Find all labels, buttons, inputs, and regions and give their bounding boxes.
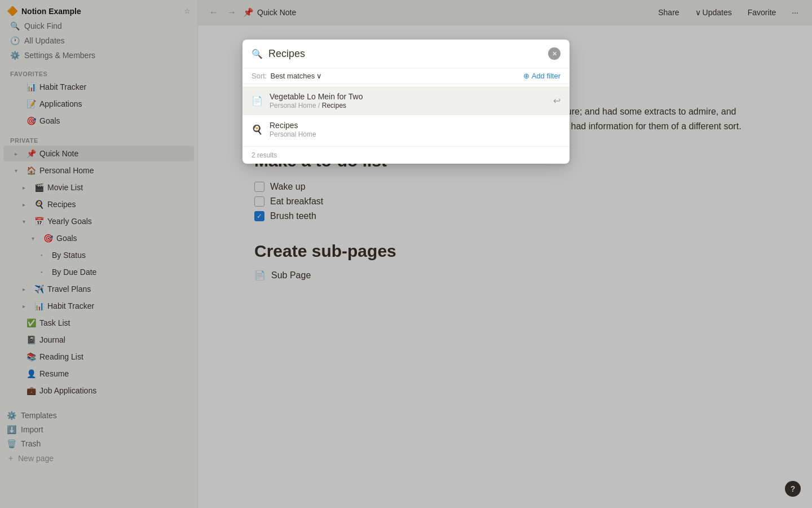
search-modal: 🔍 ✕ Sort: Best matches ∨ ⊕ Add filter 📄 …	[242, 40, 570, 164]
search-filter-bar: Sort: Best matches ∨ ⊕ Add filter	[242, 68, 570, 84]
result-path-1: Personal Home	[270, 130, 561, 138]
search-input[interactable]	[268, 48, 542, 60]
search-footer: 2 results	[242, 146, 570, 164]
add-filter-button[interactable]: ⊕ Add filter	[523, 72, 561, 80]
search-result-1[interactable]: 🍳 Recipes Personal Home	[242, 115, 570, 144]
result-path-0: Personal Home / Recipes	[270, 102, 546, 110]
result-title-1: Recipes	[270, 121, 561, 130]
result-info-1: Recipes Personal Home	[270, 121, 561, 138]
enter-icon: ↩	[553, 95, 561, 106]
search-clear-button[interactable]: ✕	[548, 47, 561, 60]
search-results: 📄 Vegetable Lo Mein for Two Personal Hom…	[242, 84, 570, 146]
search-icon: 🔍	[251, 49, 263, 59]
sort-value: Best matches	[270, 72, 315, 80]
result-recipes-icon: 🍳	[251, 124, 263, 135]
search-overlay[interactable]: 🔍 ✕ Sort: Best matches ∨ ⊕ Add filter 📄 …	[0, 0, 812, 508]
search-result-0[interactable]: 📄 Vegetable Lo Mein for Two Personal Hom…	[242, 86, 570, 115]
filter-icon: ⊕	[523, 72, 529, 80]
result-page-icon: 📄	[251, 95, 263, 106]
search-header: 🔍 ✕	[242, 40, 570, 68]
sort-chevron-icon: ∨	[316, 72, 322, 80]
sort-select[interactable]: Best matches ∨	[270, 72, 322, 80]
sort-label: Sort:	[251, 72, 267, 80]
result-title-0: Vegetable Lo Mein for Two	[270, 92, 546, 101]
result-info-0: Vegetable Lo Mein for Two Personal Home …	[270, 92, 546, 110]
add-filter-label: Add filter	[532, 72, 561, 80]
